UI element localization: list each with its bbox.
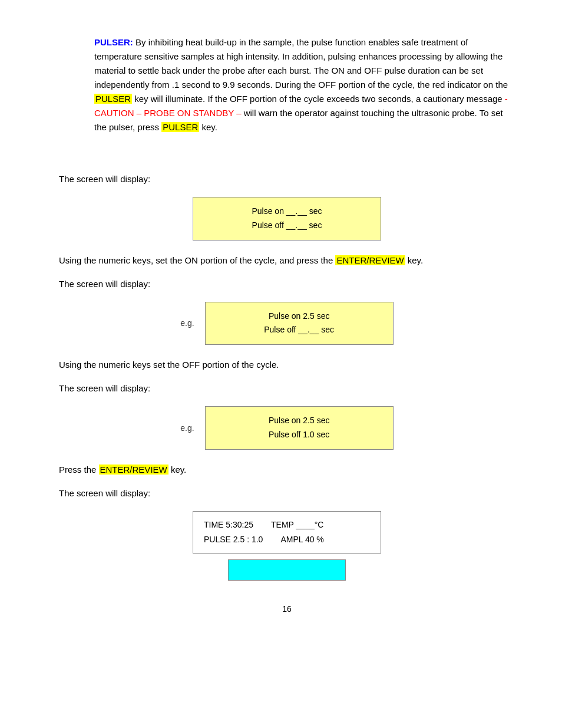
press-enter-instruction: Press the ENTER/REVIEW key. [59, 463, 515, 477]
screen-box-2: Pulse on 2.5 sec Pulse off __.__ sec [205, 302, 394, 345]
final-screen-ampl: AMPL 40 % [280, 532, 323, 547]
pulser-label-intro: PULSER: [94, 37, 133, 47]
intro-block: PULSER: By inhibiting heat build-up in t… [94, 35, 515, 134]
final-screen-temp: TEMP ____°C [271, 518, 323, 532]
screen1-line2: Pulse off __.__ sec [217, 219, 357, 233]
final-screen-top: TIME 5:30:25 TEMP ____°C PULSE 2.5 : 1.0… [193, 511, 381, 554]
screen-will-display-1: The screen will display: [59, 172, 515, 186]
enter-review-1: ENTER/REVIEW [335, 255, 405, 265]
screen-box-1: Pulse on __.__ sec Pulse off __.__ sec [193, 197, 381, 241]
intro-body1: By inhibiting heat build-up in the sampl… [94, 37, 508, 90]
eg-row-2: e.g. Pulse on 2.5 sec Pulse off 1.0 sec [59, 406, 515, 450]
screen1-line1: Pulse on __.__ sec [217, 205, 357, 219]
screen-will-display-2: The screen will display: [59, 277, 515, 291]
screen2-line1: Pulse on 2.5 sec [229, 309, 369, 324]
numeric-on-text: Using the numeric keys, set the ON porti… [59, 255, 335, 265]
press-enter-end: key. [168, 465, 187, 475]
screen-display-1: Pulse on __.__ sec Pulse off __.__ sec [59, 197, 515, 241]
press-enter-text: Press the [59, 465, 99, 475]
final-screen-row2: PULSE 2.5 : 1.0 AMPL 40 % [204, 532, 370, 547]
screen3-line1: Pulse on 2.5 sec [229, 414, 369, 428]
eg-row-1: e.g. Pulse on 2.5 sec Pulse off __.__ se… [59, 302, 515, 345]
screen2-line2: Pulse off __.__ sec [229, 323, 369, 337]
final-screen-cyan-bar [228, 559, 346, 581]
screen-will-display-3: The screen will display: [59, 381, 515, 396]
numeric-on-end: key. [405, 255, 424, 265]
enter-review-2: ENTER/REVIEW [99, 465, 168, 475]
pulser-highlight-end: PULSER [161, 122, 199, 132]
screen3-line2: Pulse off 1.0 sec [229, 428, 369, 442]
final-screen-container: TIME 5:30:25 TEMP ____°C PULSE 2.5 : 1.0… [59, 511, 515, 581]
numeric-off-instruction: Using the numeric keys set the OFF porti… [59, 358, 515, 372]
intro-body2: key will illuminate. If the OFF portion … [132, 94, 505, 104]
screen-box-3: Pulse on 2.5 sec Pulse off 1.0 sec [205, 406, 394, 450]
numeric-on-instruction: Using the numeric keys, set the ON porti… [59, 253, 515, 268]
screen-will-display-4: The screen will display: [59, 486, 515, 500]
final-screen-row1: TIME 5:30:25 TEMP ____°C [204, 518, 370, 532]
page-number: 16 [59, 604, 515, 614]
intro-paragraph: PULSER: By inhibiting heat build-up in t… [94, 35, 515, 134]
intro-body4: key. [199, 122, 217, 132]
final-screen-time: TIME 5:30:25 [204, 518, 253, 532]
pulser-highlight-mid: PULSER [94, 94, 132, 104]
final-screen-pulse: PULSE 2.5 : 1.0 [204, 532, 263, 547]
eg-label-1: e.g. [180, 318, 194, 328]
eg-label-2: e.g. [180, 423, 194, 433]
